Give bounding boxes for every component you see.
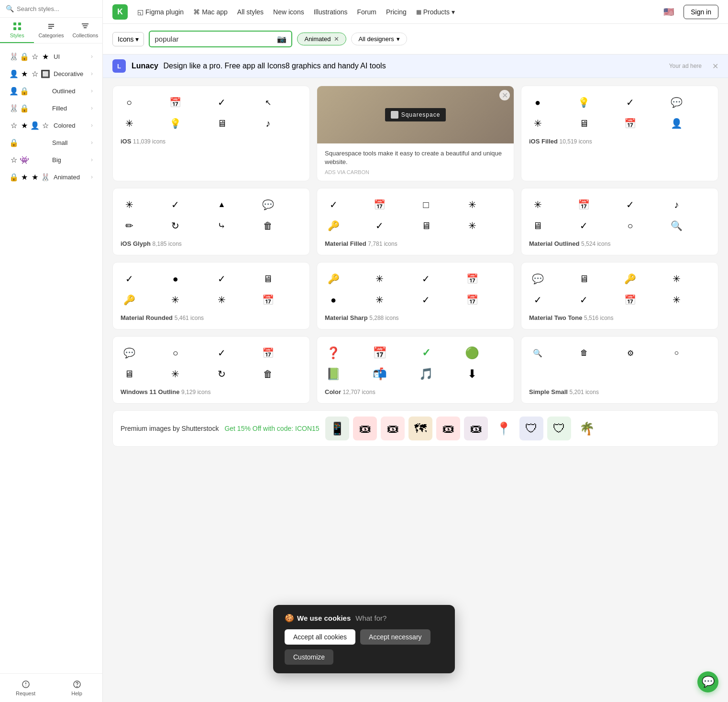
- collection-card-color[interactable]: ❓ 📅 ✓ 🟢 📗 📬 🎵 ⬇ Color 12,707 icons: [317, 336, 514, 404]
- icon-cell: 🖥: [575, 270, 593, 287]
- ad-card-text: Squarespace tools make it easy to create…: [325, 149, 506, 166]
- sidebar-nav-categories[interactable]: Categories: [34, 18, 68, 43]
- icon-cell: 🔑: [325, 217, 342, 234]
- language-flag[interactable]: 🇺🇸: [663, 7, 674, 17]
- cookie-banner: 🍪 We use cookies What for? Accept all co…: [273, 605, 455, 673]
- sidebar-nav: Styles Categories Collections: [0, 18, 102, 44]
- icon-cell: 🖥: [213, 115, 231, 132]
- icon-cell: ✳: [463, 196, 481, 213]
- icon-cell: 📅: [259, 291, 276, 308]
- premium-label: Premium images by Shutterstock: [121, 425, 219, 432]
- ad-label: Your ad here: [669, 63, 702, 69]
- material-rounded-icons: ✓ ● ✓ 🖥 🔑 ✳ ✳ 📅: [121, 270, 302, 308]
- accept-necessary-button[interactable]: Accept necessary: [360, 629, 430, 645]
- sidebar-item-small[interactable]: 🔒 Small ›: [3, 134, 99, 151]
- sidebar-item-outlined[interactable]: 👤 🔒 Outlined ›: [3, 83, 99, 99]
- col-icon-1: ☆: [10, 121, 18, 130]
- cookie-title: 🍪 We use cookies What for?: [285, 614, 443, 623]
- chevron-right-icon-dec: ›: [91, 70, 93, 77]
- sidebar-item-decorative-label: Decorative: [54, 70, 91, 77]
- collection-card-ios-filled[interactable]: ● 💡 ✓ 💬 ✳ 🖥 📅 👤 iOS Filled 10,519 icons: [521, 86, 718, 181]
- ad-via: ADS VIA CARBON: [325, 169, 506, 175]
- camera-icon[interactable]: 📷: [277, 34, 287, 44]
- fil-icon-2: 🔒: [20, 104, 29, 112]
- premium-icon-cell: 🛡: [519, 417, 543, 440]
- filter-animated[interactable]: Animated ✕: [297, 33, 346, 45]
- collection-footer: Material Outlined 5,524 icons: [529, 240, 710, 247]
- ios-icons: ○ 📅 ✓ ↖ ✳ 💡 🖥 ♪: [121, 94, 302, 132]
- icon-cell: 📅: [167, 94, 184, 111]
- sidebar: 🔍 Styles Categories Collections 🐰 🔒 ☆ ★ …: [0, 0, 103, 702]
- icon-cell: ✳: [121, 196, 138, 213]
- site-logo[interactable]: K: [112, 4, 128, 20]
- collection-card-ios-glyph[interactable]: ✳ ✓ ▲ 💬 ✏ ↻ ⤷ 🗑 iOS Glyph 8,185 icons: [112, 188, 310, 255]
- ad-close-icon[interactable]: ✕: [712, 62, 718, 71]
- nav-new-icons[interactable]: New icons: [273, 8, 304, 16]
- sidebar-item-animated[interactable]: 🔒 ★ ★ 🐰 Animated ›: [3, 169, 99, 185]
- icon-cell: ✳: [529, 115, 546, 132]
- search-input-wrapper: 📷: [149, 31, 292, 47]
- sidebar-help[interactable]: Help: [51, 676, 102, 700]
- collection-card-material-filled[interactable]: ✓ 📅 □ ✳ 🔑 ✓ 🖥 ✳ Material Filled 7,781 ic…: [317, 188, 514, 255]
- icon-cell: ✓: [371, 217, 388, 234]
- nav-illustrations[interactable]: Illustrations: [314, 8, 348, 16]
- chat-icon: 💬: [702, 676, 715, 688]
- search-field[interactable]: [154, 35, 273, 43]
- sidebar-item-decorative[interactable]: 👤 ★ ☆ 🔲 Decorative ›: [3, 66, 99, 82]
- sidebar-item-ui[interactable]: 🐰 🔒 ☆ ★ UI ›: [3, 48, 99, 65]
- sidebar-nav-collections[interactable]: Collections: [68, 18, 102, 43]
- dec-icon-1: 👤: [10, 69, 18, 78]
- chevron-right-icon-sm: ›: [91, 139, 93, 146]
- cookie-subtitle: What for?: [355, 614, 386, 622]
- ad-company: Lunacy Design like a pro. Free app all I…: [132, 62, 386, 70]
- sidebar-bottom: Request Help: [0, 673, 102, 702]
- collection-footer: Material Two Tone 5,516 icons: [529, 314, 710, 321]
- search-input[interactable]: [17, 5, 97, 12]
- icon-cell: ○: [668, 344, 685, 362]
- ios-glyph-icons: ✳ ✓ ▲ 💬 ✏ ↻ ⤷ 🗑: [121, 196, 302, 234]
- collection-card-material-rounded[interactable]: ✓ ● ✓ 🖥 🔑 ✳ ✳ 📅 Material Rounded 5,461 i…: [112, 262, 310, 329]
- accept-all-cookies-button[interactable]: Accept all cookies: [285, 629, 355, 645]
- ios-filled-icons: ● 💡 ✓ 💬 ✳ 🖥 📅 👤: [529, 94, 710, 132]
- nav-mac-app[interactable]: ⌘ Mac app: [193, 8, 228, 16]
- nav-pricing[interactable]: Pricing: [386, 8, 407, 16]
- icon-cell: ✳: [213, 291, 231, 308]
- sidebar-item-filled[interactable]: 🐰 🔒 Filled ›: [3, 100, 99, 116]
- icon-cell: ✳: [463, 217, 481, 234]
- sidebar-nav-styles[interactable]: Styles: [0, 18, 34, 43]
- icon-cell: 📅: [463, 270, 481, 287]
- lunacy-logo: L: [112, 59, 126, 73]
- mac-icon: ⌘: [193, 8, 200, 16]
- filter-all-designers[interactable]: All designers ▾: [351, 33, 407, 45]
- collection-card-material-outlined[interactable]: ✳ 📅 ✓ ♪ 🖥 ✓ ○ 🔍 Material Outlined 5,524 …: [521, 188, 718, 255]
- ad-card-close-icon[interactable]: ✕: [499, 90, 510, 100]
- search-type-dropdown[interactable]: Icons ▾: [112, 32, 144, 46]
- color-icons: ❓ 📅 ✓ 🟢 📗 📬 🎵 ⬇: [325, 344, 506, 383]
- icon-cell: 🟢: [463, 344, 481, 362]
- collection-card-material-two-tone[interactable]: 💬 🖥 🔑 ✳ ✓ ✓ 📅 ✳ Material Two Tone 5,516 …: [521, 262, 718, 329]
- collection-card-material-sharp[interactable]: 🔑 ✳ ✓ 📅 ● ✳ ✓ 📅 Material Sharp 5,288 ico…: [317, 262, 514, 329]
- col-icon-2: ★: [20, 121, 29, 130]
- nav-all-styles[interactable]: All styles: [237, 8, 264, 16]
- squarespace-ad-card[interactable]: ✕ Squarespace Squarespace tools make it …: [317, 86, 514, 181]
- collection-card-simple-small[interactable]: 🔍 🗑 ⚙ ○ Simple Small 5,201 icons: [521, 336, 718, 404]
- sidebar-request[interactable]: Request: [0, 676, 51, 700]
- premium-icon-cell: 🎟: [436, 417, 460, 440]
- collection-card-windows-outline[interactable]: 💬 ○ ✓ 📅 🖥 ✳ ↻ 🗑 Windows 11 Outline 9,129…: [112, 336, 310, 404]
- icon-cell: 🔑: [622, 270, 639, 287]
- cookie-buttons: Accept all cookies Accept necessary Cust…: [285, 629, 443, 665]
- sidebar-item-big[interactable]: ☆ 👾 Big ›: [3, 152, 99, 168]
- signin-button[interactable]: Sign in: [684, 5, 718, 19]
- sidebar-search[interactable]: 🔍: [0, 0, 102, 18]
- chat-bubble-button[interactable]: 💬: [697, 671, 718, 692]
- nav-figma-plugin[interactable]: ◱ Figma plugin: [137, 8, 184, 16]
- customize-cookies-button[interactable]: Customize: [285, 649, 333, 665]
- ui-icon-lock: 🔒: [20, 52, 29, 61]
- sidebar-item-colored[interactable]: ☆ ★ 👤 ☆ Colored ›: [3, 117, 99, 133]
- nav-products[interactable]: ▦ Products ▾: [416, 8, 455, 16]
- collection-card-ios[interactable]: ○ 📅 ✓ ↖ ✳ 💡 🖥 ♪ iOS 11,039 icons: [112, 86, 310, 181]
- sidebar-item-ui-label: UI: [54, 53, 91, 60]
- filter-remove-icon[interactable]: ✕: [334, 35, 339, 43]
- nav-forum[interactable]: Forum: [357, 8, 376, 16]
- sidebar-styles-list: 🐰 🔒 ☆ ★ UI › 👤 ★ ☆ 🔲 Decorative › 👤 🔒: [0, 44, 102, 673]
